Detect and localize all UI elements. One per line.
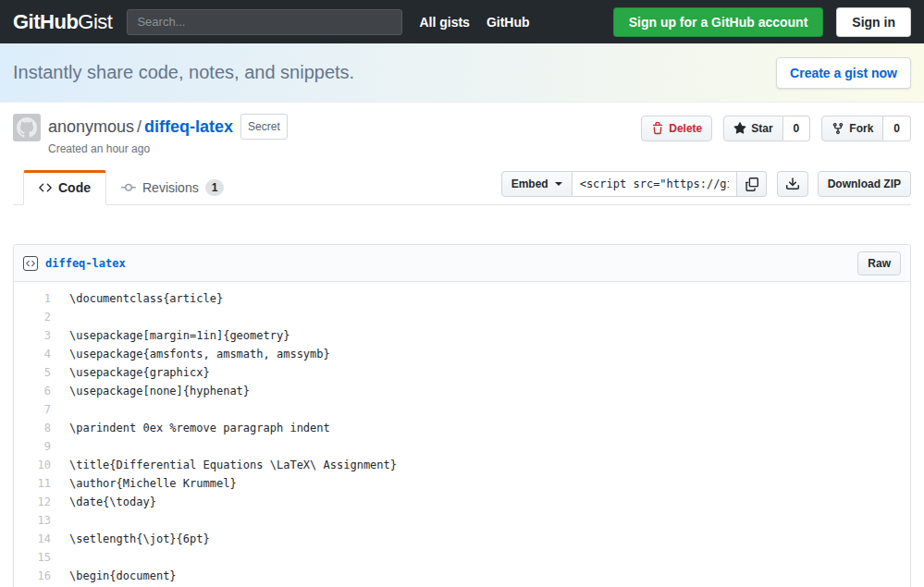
code-table-body: 1\documentclass{article}23\usepackage[ma…	[14, 289, 910, 587]
embed-label: Embed	[511, 178, 548, 190]
intro-banner: Instantly share code, notes, and snippet…	[0, 43, 924, 103]
code-line-content: \title{Differential Equations \LaTeX\ As…	[60, 456, 910, 474]
revisions-count-badge: 1	[205, 179, 225, 196]
code-line-row: 13	[14, 511, 910, 530]
tab-code[interactable]: Code	[23, 170, 106, 205]
file-box: diffeq-latex Raw 1\documentclass{article…	[13, 244, 911, 587]
copy-to-clipboard-button[interactable]	[737, 171, 767, 197]
code-line-number[interactable]: 3	[14, 326, 60, 345]
top-navbar: GitHubGist All gists GitHub Sign up for …	[0, 0, 924, 43]
code-line-content: \documentclass{article}	[60, 289, 910, 308]
banner-tagline: Instantly share code, notes, and snippet…	[13, 62, 354, 83]
code-line-number[interactable]: 1	[14, 289, 60, 308]
gist-owner: anonymous	[48, 117, 134, 136]
clipboard-icon	[745, 177, 758, 191]
code-line-number[interactable]: 5	[14, 363, 60, 382]
tab-revisions[interactable]: Revisions 1	[106, 170, 239, 205]
githubgist-logo[interactable]: GitHubGist	[13, 12, 112, 32]
code-line-content: \usepackage[none]{hyphenat}	[60, 382, 910, 400]
embed-group: Embed	[501, 171, 767, 197]
logo-gist-text: Gist	[78, 10, 112, 33]
code-line-content	[60, 400, 910, 419]
code-line-number[interactable]: 16	[14, 567, 60, 585]
delete-label: Delete	[669, 123, 702, 134]
code-line-row: 5\usepackage{graphicx}	[14, 363, 910, 382]
code-line-content: \usepackage{amsfonts, amsmath, amssymb}	[60, 345, 910, 363]
avatar[interactable]	[13, 114, 41, 141]
code-line-content: \author{Michelle Krummel}	[60, 474, 910, 493]
secret-badge: Secret	[240, 114, 288, 140]
created-timestamp: Created an hour ago	[48, 142, 288, 155]
code-line-number[interactable]: 10	[14, 456, 60, 474]
main-container: anonymous/diffeq-latexSecret Created an …	[0, 103, 924, 587]
code-line-row: 1\documentclass{article}	[14, 289, 910, 308]
star-count[interactable]: 0	[783, 116, 811, 141]
code-line-row: 4\usepackage{amsfonts, amsmath, amssymb}	[14, 345, 910, 363]
download-icon	[785, 177, 800, 191]
raw-button[interactable]: Raw	[857, 251, 901, 275]
code-line-row: 12\date{\today}	[14, 493, 910, 511]
fork-group: Fork 0	[821, 116, 911, 141]
code-line-content: \date{\today}	[60, 493, 910, 511]
code-line-row: 16\begin{document}	[14, 567, 910, 585]
code-line-number[interactable]: 12	[14, 493, 60, 511]
code-line-content: \setlength{\jot}{6pt}	[60, 530, 910, 548]
code-line-number[interactable]: 2	[14, 308, 60, 326]
code-line-row: 11\author{Michelle Krummel}	[14, 474, 910, 493]
code-line-content: \parindent 0ex %remove paragraph indent	[60, 419, 910, 437]
star-label: Star	[751, 123, 772, 134]
code-line-row: 2	[14, 308, 910, 326]
chevron-down-icon	[555, 182, 562, 186]
code-line-number[interactable]: 8	[14, 419, 60, 437]
code-area: 1\documentclass{article}23\usepackage[ma…	[14, 282, 910, 587]
trash-icon	[651, 122, 664, 135]
code-line-content: \usepackage{graphicx}	[60, 363, 910, 382]
star-icon	[733, 122, 746, 135]
signin-button[interactable]: Sign in	[836, 7, 911, 37]
code-line-number[interactable]: 15	[14, 548, 60, 567]
code-line-row: 9	[14, 437, 910, 456]
signup-button[interactable]: Sign up for a GitHub account	[613, 7, 824, 37]
file-code-icon	[23, 256, 38, 271]
download-zip-button[interactable]: Download ZIP	[818, 171, 911, 197]
star-group: Star 0	[723, 116, 810, 141]
code-line-row: 7	[14, 400, 910, 419]
code-line-content	[60, 548, 910, 567]
gist-name-link[interactable]: diffeq-latex	[144, 117, 233, 136]
file-header: diffeq-latex Raw	[14, 245, 910, 282]
code-line-content: \begin{document}	[60, 567, 910, 585]
fork-label: Fork	[849, 123, 873, 134]
fork-count[interactable]: 0	[883, 116, 911, 141]
star-button[interactable]: Star	[723, 116, 782, 141]
commit-icon	[121, 180, 136, 195]
code-line-number[interactable]: 14	[14, 530, 60, 548]
search-input[interactable]	[127, 9, 402, 35]
embed-dropdown-button[interactable]: Embed	[501, 171, 573, 197]
code-line-row: 14\setlength{\jot}{6pt}	[14, 530, 910, 548]
code-line-number[interactable]: 6	[14, 382, 60, 400]
logo-github-text: GitHub	[13, 10, 78, 33]
code-line-content	[60, 437, 910, 456]
code-line-row: 8\parindent 0ex %remove paragraph indent	[14, 419, 910, 437]
code-line-row: 15	[14, 548, 910, 567]
create-gist-button[interactable]: Create a gist now	[776, 57, 911, 89]
nav-link-all-gists[interactable]: All gists	[419, 15, 469, 30]
code-line-number[interactable]: 13	[14, 511, 60, 530]
fork-button[interactable]: Fork	[821, 116, 883, 141]
code-line-content	[60, 308, 910, 326]
code-line-number[interactable]: 7	[14, 400, 60, 419]
code-table: 1\documentclass{article}23\usepackage[ma…	[14, 289, 910, 587]
code-line-row: 6\usepackage[none]{hyphenat}	[14, 382, 910, 400]
code-line-number[interactable]: 11	[14, 474, 60, 493]
download-gist-button[interactable]	[777, 171, 808, 197]
nav-link-github[interactable]: GitHub	[487, 15, 530, 30]
embed-url-input[interactable]	[573, 171, 737, 197]
code-line-row: 10\title{Differential Equations \LaTeX\ …	[14, 456, 910, 474]
file-name-link[interactable]: diffeq-latex	[45, 257, 126, 270]
code-line-number[interactable]: 4	[14, 345, 60, 363]
gist-header: anonymous/diffeq-latexSecret Created an …	[13, 103, 911, 165]
tab-row: Code Revisions 1 Embed	[13, 165, 911, 205]
tab-code-label: Code	[58, 180, 91, 195]
code-line-number[interactable]: 9	[14, 437, 60, 456]
delete-button[interactable]: Delete	[641, 116, 712, 141]
